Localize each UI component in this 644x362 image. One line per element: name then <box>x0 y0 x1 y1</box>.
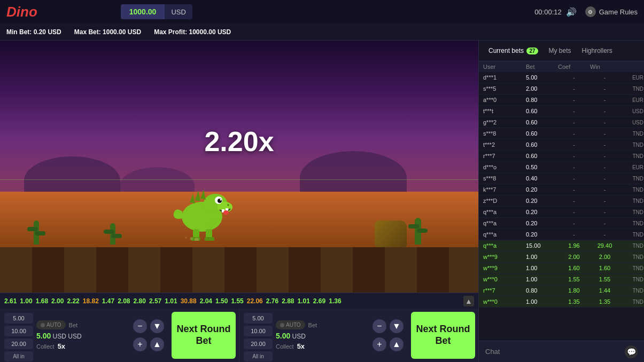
table-row: t***t0.60--USD <box>479 106 644 117</box>
bet-col: 15.00 <box>526 242 558 249</box>
user-col: d***o <box>483 164 526 170</box>
auto-button-1[interactable]: AUTO <box>36 320 66 329</box>
win-col: - <box>590 108 619 114</box>
bet-minus-1[interactable]: − <box>133 319 147 333</box>
currency-col: TND <box>619 221 643 226</box>
sound-icon[interactable]: 🔊 <box>566 7 577 17</box>
user-col: w***9 <box>483 254 526 260</box>
auto-button-2[interactable]: AUTO <box>276 320 305 329</box>
user-col: k***7 <box>483 186 526 193</box>
svg-point-20 <box>185 237 187 239</box>
coef-col: - <box>558 119 590 125</box>
collect-stepper-col-1: ▼ ▲ <box>150 313 164 358</box>
win-col: 1.35 <box>590 298 619 305</box>
next-round-bet-button-2[interactable]: Next Round Bet <box>411 312 475 359</box>
quick-btn-allin-1[interactable]: All in <box>4 351 33 361</box>
history-value: 1.68 <box>36 297 48 305</box>
table-row: q***a0.20--TND <box>479 218 644 229</box>
collect-up-2[interactable]: ▲ <box>390 337 404 351</box>
quick-btn-20-2[interactable]: 20.00 <box>244 339 273 349</box>
collect-down-1[interactable]: ▼ <box>150 319 164 333</box>
currency-col: EUR <box>619 75 643 81</box>
bet-col: 0.20 <box>526 220 558 226</box>
currency-col: TND <box>619 142 643 148</box>
table-row: t***20.60--TND <box>479 139 644 151</box>
quick-btn-10-2[interactable]: 10.00 <box>244 326 273 336</box>
win-col: - <box>590 175 619 182</box>
chat-icon[interactable]: 💬 <box>625 345 638 358</box>
max-profit-stat: Max Profit: 10000.00 USD <box>154 28 231 36</box>
currency-col: TND <box>619 176 643 182</box>
history-value: 1.47 <box>102 297 114 305</box>
quick-btn-10-1[interactable]: 10.00 <box>4 326 33 336</box>
user-col: q***a <box>483 242 526 249</box>
bet-label-2: Bet <box>308 322 317 328</box>
currency-col: EUR <box>619 97 643 103</box>
auto-dot-1 <box>41 323 45 327</box>
bet-plus-2[interactable]: + <box>373 337 386 351</box>
tab-my-bets[interactable]: My bets <box>545 45 576 57</box>
bet-plus-1[interactable]: + <box>133 337 147 351</box>
bet-stepper-col-2: − + <box>373 313 386 358</box>
next-round-bet-button-1[interactable]: Next Round Bet <box>172 312 236 359</box>
currency-col: TND <box>619 254 643 260</box>
collect-row-2: Collect 5x <box>276 342 369 350</box>
history-value: 1.55 <box>231 297 243 305</box>
tab-current-bets[interactable]: Current bets 27 <box>484 45 542 57</box>
svg-marker-10 <box>190 194 195 203</box>
win-col: 29.40 <box>590 242 619 249</box>
timer: 00:00:12 🔊 <box>534 7 577 17</box>
game-area: 2.20x <box>0 41 478 362</box>
coef-col: - <box>558 97 590 103</box>
currency-col: TND <box>619 299 643 305</box>
bet-minus-2[interactable]: − <box>373 319 386 333</box>
table-row: s***80.40--TND <box>479 173 644 184</box>
coef-col: 1.35 <box>558 298 590 305</box>
currency-col: USD <box>619 108 643 114</box>
history-value: 1.00 <box>20 297 32 305</box>
win-col: - <box>590 97 619 103</box>
dino-container <box>167 182 237 242</box>
history-bar: 2.611.001.682.002.2218.821.472.082.802.5… <box>0 293 478 309</box>
bet-col: 0.60 <box>526 108 558 114</box>
currency-col: TND <box>619 187 643 193</box>
quick-btn-allin-2[interactable]: All in <box>244 351 273 361</box>
quick-btn-5-1[interactable]: 5.00 <box>4 313 33 324</box>
auto-label-1: AUTO <box>46 322 61 328</box>
max-profit-label: Max Profit: <box>154 28 187 36</box>
user-col: r***7 <box>483 153 526 159</box>
svg-marker-11 <box>195 191 200 201</box>
currency-col: TND <box>619 86 643 92</box>
win-col: - <box>590 186 619 193</box>
history-scroll-button[interactable]: ▲ <box>463 296 474 306</box>
table-row: r***70.60--TND <box>479 151 644 162</box>
timer-value: 00:00:12 <box>534 8 562 16</box>
collect-down-2[interactable]: ▼ <box>390 319 404 333</box>
collect-up-1[interactable]: ▲ <box>150 337 164 351</box>
quick-btn-20-1[interactable]: 20.00 <box>4 339 33 349</box>
cactus-3 <box>415 218 421 245</box>
coef-col: 1.80 <box>558 287 590 294</box>
min-bet-value: 0.20 USD <box>34 28 61 36</box>
target-line <box>0 179 478 180</box>
currency-col: TND <box>619 153 643 159</box>
currency-col: USD <box>619 120 643 125</box>
bet-col: 2.00 <box>526 85 558 92</box>
history-value: 2.61 <box>4 297 17 305</box>
multiplier-display: 2.20x <box>204 125 274 158</box>
table-row: s***52.00--TND <box>479 83 644 95</box>
bet-col: 0.60 <box>526 130 558 137</box>
quick-btn-5-2[interactable]: 5.00 <box>244 313 273 324</box>
history-value: 2.00 <box>51 297 64 305</box>
game-canvas: 2.20x <box>0 41 478 293</box>
tab-highrollers[interactable]: Highrollers <box>578 45 617 57</box>
tabs-row: Current bets 27 My bets Highrollers <box>479 41 644 61</box>
table-row: d***15.00--EUR <box>479 72 644 83</box>
table-row: s***80.60--TND <box>479 128 644 139</box>
history-value: 18.82 <box>83 297 99 305</box>
bet-col: 0.60 <box>526 153 558 159</box>
table-row: w***91.001.601.60TND <box>479 263 644 274</box>
history-value: 1.50 <box>215 297 228 305</box>
balance-box: 1000.00 USD <box>121 4 192 19</box>
game-rules-button[interactable]: ⚙ Game Rules <box>585 6 638 17</box>
